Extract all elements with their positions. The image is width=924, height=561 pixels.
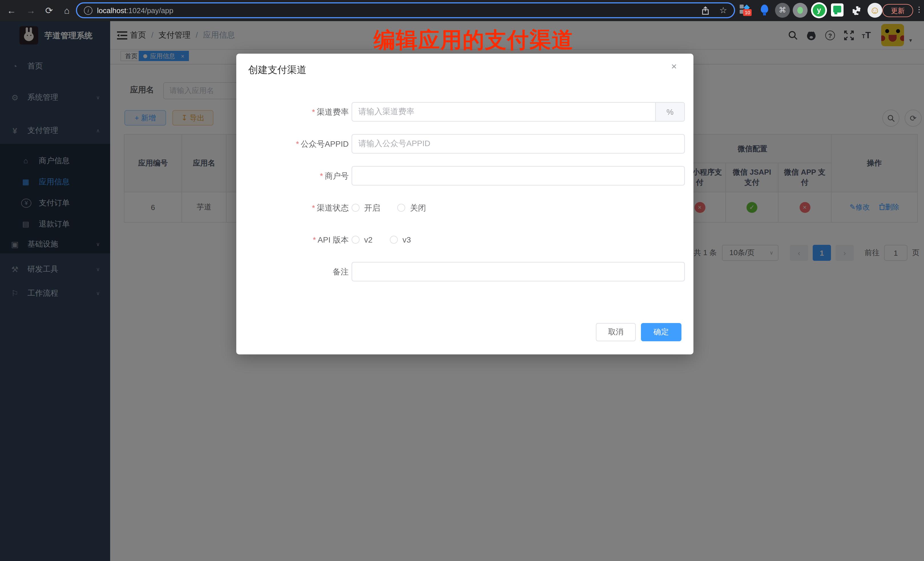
browser-toolbar: ← → ⟳ ⌂ i localhost:1024/pay/app ☆ ◆ 10 xyxy=(0,0,924,21)
browser-forward-icon[interactable]: → xyxy=(24,0,38,21)
status-radio-group: 开启 关闭 xyxy=(352,198,426,218)
browser-reload-icon[interactable]: ⟳ xyxy=(42,0,56,21)
percent-append: % xyxy=(655,103,684,121)
radio-open[interactable] xyxy=(352,204,360,212)
browser-home-icon[interactable]: ⌂ xyxy=(60,0,74,21)
create-channel-dialog: 创建支付渠道 × *渠道费率 请输入渠道费率 % *公众号APPID 请输入公众… xyxy=(236,54,693,354)
bookmark-star-icon[interactable]: ☆ xyxy=(719,5,727,15)
address-bar[interactable]: i localhost:1024/pay/app ☆ xyxy=(76,2,735,18)
extension-badge: 10 xyxy=(743,9,752,16)
appid-input[interactable]: 请输入公众号APPID xyxy=(352,134,685,153)
extension-chat-icon[interactable] xyxy=(831,3,843,16)
confirm-button[interactable]: 确定 xyxy=(641,323,681,341)
field-label-remark: 备注 xyxy=(248,262,349,281)
dialog-title: 创建支付渠道 xyxy=(248,63,306,76)
extension-y-icon[interactable]: y xyxy=(811,2,827,18)
rate-input[interactable]: 请输入渠道费率 % xyxy=(352,102,685,122)
field-label-appid: *公众号APPID xyxy=(248,134,349,153)
share-icon[interactable] xyxy=(701,6,709,15)
remark-input[interactable] xyxy=(352,262,685,281)
browser-update-button[interactable]: 更新 xyxy=(882,4,913,17)
radio-v3[interactable] xyxy=(390,236,398,244)
browser-menu-icon[interactable]: ⋮ xyxy=(915,5,923,14)
extensions-puzzle-icon[interactable] xyxy=(850,3,865,18)
site-info-icon[interactable]: i xyxy=(84,6,93,15)
radio-v2[interactable] xyxy=(352,236,360,244)
field-label-status: *渠道状态 xyxy=(248,198,349,218)
extension-balloon-icon[interactable] xyxy=(758,3,772,18)
browser-back-icon[interactable]: ← xyxy=(4,0,18,21)
merchant-input[interactable] xyxy=(352,166,685,186)
field-label-merchant: *商户号 xyxy=(248,166,349,186)
extension-tabs-icon[interactable]: ◆ 10 xyxy=(739,3,754,18)
extension-command-icon[interactable]: ⌘ xyxy=(775,3,790,18)
close-icon[interactable]: × xyxy=(671,61,677,72)
field-label-api: *API 版本 xyxy=(248,230,349,249)
field-label-rate: *渠道费率 xyxy=(248,102,349,122)
radio-closed[interactable] xyxy=(398,204,405,212)
annotation-title: 编辑应用的支付渠道 xyxy=(354,26,594,55)
api-radio-group: v2 v3 xyxy=(352,230,411,249)
url-text: localhost:1024/pay/app xyxy=(97,6,173,15)
application-window: ← → ⟳ ⌂ i localhost:1024/pay/app ☆ ◆ 10 xyxy=(0,0,924,561)
profile-avatar-icon[interactable]: ☺ xyxy=(867,3,882,18)
cancel-button[interactable]: 取消 xyxy=(596,323,636,341)
extension-record-icon[interactable] xyxy=(793,3,808,18)
